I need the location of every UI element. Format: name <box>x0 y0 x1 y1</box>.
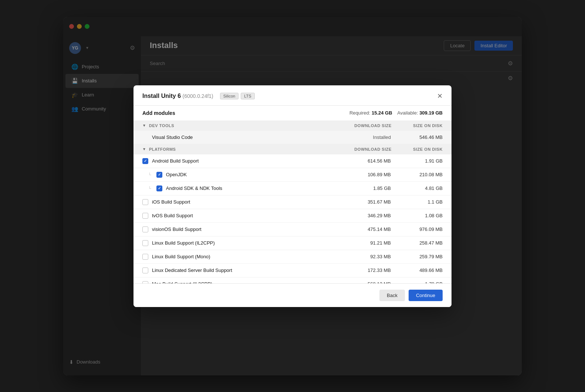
linux-il2cpp-checkbox[interactable] <box>142 240 148 246</box>
table-row: Linux Build Support (Mono) 92.33 MB 259.… <box>133 250 452 264</box>
storage-info: Required: 15.24 GB Available: 309.19 GB <box>349 110 443 116</box>
openjdk-label: OpenJDK <box>166 172 339 177</box>
modal-close-button[interactable]: ✕ <box>437 93 443 99</box>
section-dev-tools-header: ▼ DEV TOOLS DOWNLOAD SIZE SIZE ON DISK <box>133 120 452 131</box>
modal-version: (6000.0.24f1) <box>182 93 213 99</box>
visionos-checkbox[interactable] <box>142 226 148 232</box>
android-sdk-label: Android SDK & NDK Tools <box>166 185 339 191</box>
ios-label: iOS Build Support <box>152 199 339 205</box>
ios-download: 351.67 MB <box>343 199 391 205</box>
table-row: └ OpenJDK 106.89 MB 210.08 MB <box>133 168 452 182</box>
platforms-chevron-icon[interactable]: ▼ <box>142 147 146 151</box>
available-value: 309.19 GB <box>419 110 443 116</box>
modal-body: ▼ DEV TOOLS DOWNLOAD SIZE SIZE ON DISK V… <box>133 120 452 283</box>
dev-tools-chevron-icon[interactable]: ▼ <box>142 123 146 127</box>
openjdk-checkbox[interactable] <box>156 172 162 178</box>
table-row: └ Android SDK & NDK Tools 1.85 GB 4.81 G… <box>133 182 452 195</box>
android-label: Android Build Support <box>152 158 339 164</box>
modal-title: Install Unity 6 (6000.0.24f1) <box>142 93 213 99</box>
platforms-download-col: DOWNLOAD SIZE <box>344 147 392 151</box>
tvos-label: tvOS Build Support <box>152 213 339 218</box>
openjdk-download: 106.89 MB <box>343 172 391 177</box>
android-sdk-download: 1.85 GB <box>343 185 391 191</box>
ios-checkbox[interactable] <box>142 199 148 205</box>
linux-il2cpp-label: Linux Build Support (IL2CPP) <box>152 240 339 246</box>
vscode-label: Visual Studio Code <box>152 134 339 140</box>
dev-tools-section-label: DEV TOOLS <box>149 123 341 128</box>
linux-mono-size: 259.79 MB <box>395 254 443 259</box>
table-row: Mac Build Support (IL2CPP) 568.12 MB 1.7… <box>133 277 452 283</box>
add-modules-label: Add modules <box>142 110 175 116</box>
linux-il2cpp-size: 258.47 MB <box>395 240 443 246</box>
table-row: visionOS Build Support 475.14 MB 976.09 … <box>133 223 452 236</box>
platforms-section-label: PLATFORMS <box>149 147 341 151</box>
table-row: iOS Build Support 351.67 MB 1.1 GB <box>133 195 452 209</box>
modal-footer: Back Continue <box>133 283 452 307</box>
linux-server-label: Linux Dedicated Server Build Support <box>152 267 339 273</box>
linux-server-size: 489.66 MB <box>395 267 443 273</box>
visionos-download: 475.14 MB <box>343 226 391 232</box>
table-row: Linux Build Support (IL2CPP) 91.21 MB 25… <box>133 236 452 250</box>
table-row: Android Build Support 614.56 MB 1.91 GB <box>133 154 452 168</box>
modal-subheader: Add modules Required: 15.24 GB Available… <box>133 106 452 120</box>
tvos-download: 346.29 MB <box>343 213 391 218</box>
section-platforms-header: ▼ PLATFORMS DOWNLOAD SIZE SIZE ON DISK <box>133 144 452 154</box>
badge-lts: LTS <box>241 93 254 99</box>
install-unity-modal: Install Unity 6 (6000.0.24f1) Silicon LT… <box>133 85 452 307</box>
platforms-size-col: SIZE ON DISK <box>395 147 443 151</box>
linux-il2cpp-download: 91.21 MB <box>343 240 391 246</box>
openjdk-size: 210.08 MB <box>395 172 443 177</box>
android-checkbox[interactable] <box>142 158 148 164</box>
modal-header: Install Unity 6 (6000.0.24f1) Silicon LT… <box>133 85 452 106</box>
android-size: 1.91 GB <box>395 158 443 164</box>
android-sdk-checkbox[interactable] <box>156 185 162 191</box>
badge-silicon: Silicon <box>220 93 239 99</box>
android-download: 614.56 MB <box>343 158 391 164</box>
linux-mono-label: Linux Build Support (Mono) <box>152 254 339 259</box>
linux-mono-checkbox[interactable] <box>142 254 148 260</box>
main-window: YG ▼ ⚙ 🌐 Projects 💾 Installs 🎓 Learn 👥 C… <box>63 17 522 375</box>
linux-server-download: 172.33 MB <box>343 267 391 273</box>
back-button[interactable]: Back <box>379 290 405 301</box>
required-value: 15.24 GB <box>372 110 392 116</box>
ios-size: 1.1 GB <box>395 199 443 205</box>
continue-button[interactable]: Continue <box>409 290 443 301</box>
table-row: Visual Studio Code Installed 546.46 MB <box>133 131 452 144</box>
dev-tools-size-col: SIZE ON DISK <box>395 123 443 128</box>
indent-line-icon: └ <box>148 173 151 177</box>
vscode-status: Installed <box>343 134 391 140</box>
indent-line-icon: └ <box>148 186 151 191</box>
android-sdk-size: 4.81 GB <box>395 185 443 191</box>
linux-server-checkbox[interactable] <box>142 267 148 273</box>
linux-mono-download: 92.33 MB <box>343 254 391 259</box>
dev-tools-download-col: DOWNLOAD SIZE <box>344 123 392 128</box>
table-row: Linux Dedicated Server Build Support 172… <box>133 264 452 277</box>
tvos-size: 1.08 GB <box>395 213 443 218</box>
tvos-checkbox[interactable] <box>142 213 148 219</box>
visionos-label: visionOS Build Support <box>152 226 339 232</box>
visionos-size: 976.09 MB <box>395 226 443 232</box>
vscode-size: 546.46 MB <box>395 134 443 140</box>
table-row: tvOS Build Support 346.29 MB 1.08 GB <box>133 209 452 223</box>
